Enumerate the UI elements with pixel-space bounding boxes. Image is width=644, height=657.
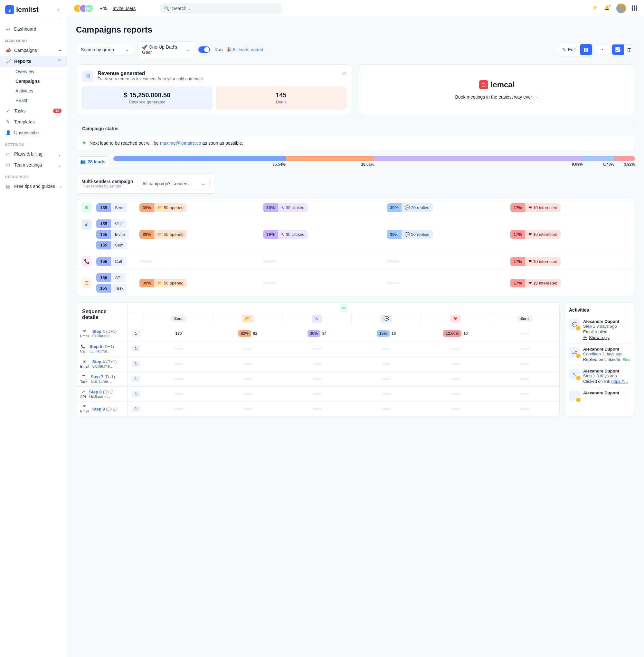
topbar: ML +45 Invite users 🔍 ⚡ 🔔 [67,0,644,17]
lead-email-link[interactable]: maxime@lempire.co [160,140,201,146]
sidebar-sub-health[interactable]: Health [0,96,67,105]
activity-icon [569,391,580,401]
activities-title: Activities [569,307,630,312]
metric-row-linkedin: in155Visit155Invite155Sent39%📂 50 opened… [76,216,635,253]
multi-sub: Filter reports by sender [82,184,133,189]
lemcal-cta-link[interactable]: Book meetings in the easiest way ever → [455,94,539,100]
chevron-up-icon: ⌃ [58,59,62,64]
campaign-select[interactable]: 🚀 One-Up Dad's Gear ⌄ [137,41,195,58]
sidebar-item-campaigns[interactable]: 📣 Campaigns + [0,45,67,56]
gear-icon[interactable]: ⚙ [342,70,346,76]
label: Revenue generated [87,100,207,104]
replied-icon: 💬 [380,315,392,323]
activity-link[interactable]: https://… [611,379,628,384]
avatar-3: ML [85,4,93,13]
sequence-row[interactable]: 📞Call Step 5 (D+1)Guillaume…1 [76,341,559,356]
pencil-icon: ✎ [562,47,566,52]
brand-logo[interactable]: ᶚ lemlist [5,5,39,14]
activity-item[interactable]: 💬Alexandre Dupont Step 1 3 days ago Emai… [569,316,630,344]
label: Plans & billing [14,151,43,157]
sidebar-item-team[interactable]: ⚙ Team settings ⌄ [0,159,67,171]
sidebar-item-templates[interactable]: ✎ Templates [0,116,67,127]
revenue-icon: 🗄 [82,70,94,82]
label: Unsubscribe [14,130,39,135]
revenue-title: Revenue generated [97,70,203,76]
sequence-row[interactable]: ✉Email Step 4 (D+1)Guillaume…1 [76,356,559,372]
activity-item[interactable]: ⎇Alexandre Dupont Condition 3 days ago R… [569,344,630,365]
call-icon: 📞 [81,345,85,349]
activity-item[interactable]: ↖Alexandre Dupont Step 1 3 days ago Clic… [569,365,630,387]
activity-item[interactable]: Alexandre Dupont [569,387,630,405]
sequence-card: Sequence details ✉ Sent 📂 ↖ 💬 [76,303,560,416]
users-icon: 👥 [80,159,86,164]
sidebar-item-tasks[interactable]: ✓ Tasks 12 [0,105,67,116]
brand-name: lemlist [16,5,39,14]
revenue-card: 🗄 Revenue generated Track your return on… [76,64,352,115]
email-icon: ✉ [83,329,86,333]
leads-chip[interactable]: 👥 28 leads [76,156,110,167]
chevron-down-icon: ⌄ [202,181,205,186]
campaign-status-card: Campaign status ⚑ Next lead to be reache… [76,122,635,151]
label: Deals [221,100,341,104]
search-input[interactable]: 🔍 [160,3,282,14]
label: Templates [14,119,35,124]
user-avatar[interactable] [616,3,626,13]
sidebar-item-unsubscribe[interactable]: 👤 Unsubscribe [0,127,67,138]
chart-icon: 📈 [5,58,11,64]
edit-button[interactable]: ✎ Edit [559,43,579,56]
email-icon: ✉ [340,304,347,312]
sent-header-2: Sent [517,315,532,322]
invite-users-link[interactable]: Invite users [113,6,136,11]
team-avatars[interactable]: ML [73,4,93,13]
label: 🚀 One-Up Dad's Gear [142,44,184,55]
sidebar-item-tips[interactable]: ▤ Free tips and guides › [0,181,67,192]
more-button[interactable]: ⋯ [597,44,608,55]
revenue-stat[interactable]: $ 15,250,000.50 Revenue generated [82,87,212,109]
zap-icon[interactable]: ⚡ [592,5,598,12]
deals-stat[interactable]: 145 Deals [216,87,346,109]
call-icon: 📞 [82,256,92,266]
sequence-row[interactable]: ☰Task Step 7 (D+1)Guillaume…1 [76,372,559,387]
plus-icon[interactable]: + [59,48,62,53]
sequence-row[interactable]: ✉Email Step 4 (D+1)Guillaume…112082%9230… [76,326,559,341]
bell-icon[interactable]: 🔔 [604,5,611,12]
chevron-down-icon: ⌄ [58,151,62,157]
view-group: 📈 ◫ [612,44,635,55]
clicked-icon: ↖ [312,315,322,323]
activity-icon: 💬 [569,319,580,330]
api-icon: ⎇ [81,390,85,394]
sidebar-item-reports[interactable]: 📈 Reports ⌃ [0,56,67,67]
activity-icon: ⎇ [569,347,580,358]
sidebar-item-plans[interactable]: ▭ Plans & billing ⌄ [0,149,67,159]
user-x-icon: 👤 [5,130,11,136]
arrow-right-icon: → [534,94,538,100]
sender-select[interactable]: All campaign's senders ⌄ [138,178,210,190]
search-field[interactable] [172,6,278,11]
opened-icon: 📂 [242,315,254,323]
view-chart-button[interactable]: 📈 [612,44,624,55]
app-grid-icon[interactable] [632,5,638,11]
run-toggle[interactable] [198,46,210,53]
label: Free tips and guides [14,184,55,189]
megaphone-icon: 📣 [5,47,11,53]
sidebar-sub-overview[interactable]: Overview [0,67,67,76]
progress-bar: 36.54% 18.61% 9.09% 6.43% 3.92% [113,156,635,167]
section-settings: SETTINGS [0,138,67,149]
activity-icon: ↖ [569,369,580,379]
sequence-row[interactable]: ✉Email Step 9 (D+1)1 [76,402,559,416]
sidebar-item-dashboard[interactable]: ◎ Dashboard [0,23,67,35]
bar-chart-button[interactable]: ▮▮ [580,44,592,55]
group-select[interactable]: Search by group ⌄ [76,44,134,56]
lemcal-card: ▢ lemcal Book meetings in the easiest wa… [359,64,635,115]
sequence-row[interactable]: ⎇API Step 8 (D+1)Guillaume…1 [76,387,559,402]
sidebar-sub-activities[interactable]: Activities [0,86,67,96]
wand-icon: ✎ [5,119,11,125]
email-icon: ✉ [83,404,86,409]
label: Tasks [14,108,26,113]
check-icon: ✓ [5,108,11,114]
collapse-icon[interactable]: ⇤ [58,7,62,12]
view-alt-button[interactable]: ◫ [624,44,635,55]
sidebar-sub-campaigns[interactable]: Campaigns [0,76,67,86]
show-reply-link[interactable]: 👁 Show reply [583,335,630,340]
revenue-sub: Track your return on investment from you… [97,76,203,81]
